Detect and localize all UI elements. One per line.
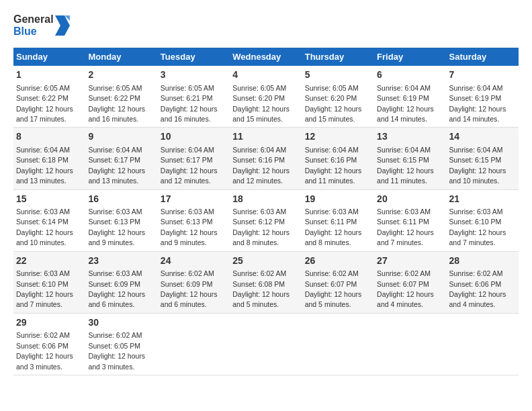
day-detail: Sunrise: 6:02 AMSunset: 6:09 PMDaylight:… (161, 269, 218, 308)
day-detail: Sunrise: 6:04 AMSunset: 6:16 PMDaylight:… (305, 146, 362, 185)
day-number: 18 (232, 193, 299, 206)
day-number: 26 (305, 255, 371, 268)
header-row: SundayMondayTuesdayWednesdayThursdayFrid… (13, 48, 519, 66)
day-cell: 30Sunrise: 6:02 AMSunset: 6:05 PMDayligh… (85, 313, 157, 375)
day-number: 7 (449, 68, 516, 82)
day-number: 2 (88, 68, 154, 82)
header-tuesday: Tuesday (158, 48, 230, 66)
day-cell: 8Sunrise: 6:04 AMSunset: 6:18 PMDaylight… (13, 128, 85, 189)
day-cell: 21Sunrise: 6:03 AMSunset: 6:10 PMDayligh… (447, 189, 519, 251)
day-number: 19 (305, 193, 371, 206)
day-detail: Sunrise: 6:03 AMSunset: 6:10 PMDaylight:… (16, 269, 73, 308)
day-detail: Sunrise: 6:03 AMSunset: 6:11 PMDaylight:… (305, 208, 362, 246)
day-cell: 19Sunrise: 6:03 AMSunset: 6:11 PMDayligh… (302, 189, 374, 251)
day-number: 10 (161, 130, 227, 144)
day-number: 17 (161, 193, 227, 206)
day-detail: Sunrise: 6:03 AMSunset: 6:09 PMDaylight:… (88, 269, 145, 308)
day-detail: Sunrise: 6:04 AMSunset: 6:18 PMDaylight:… (16, 146, 73, 185)
day-cell: 23Sunrise: 6:03 AMSunset: 6:09 PMDayligh… (85, 251, 157, 313)
day-detail: Sunrise: 6:05 AMSunset: 6:20 PMDaylight:… (305, 84, 362, 123)
week-row-1: 1Sunrise: 6:05 AMSunset: 6:22 PMDaylight… (13, 66, 519, 128)
day-cell: 27Sunrise: 6:02 AMSunset: 6:07 PMDayligh… (374, 251, 446, 313)
day-number: 20 (377, 193, 443, 206)
header-sunday: Sunday (13, 48, 85, 66)
day-cell: 9Sunrise: 6:04 AMSunset: 6:17 PMDaylight… (85, 128, 157, 189)
day-cell: 17Sunrise: 6:03 AMSunset: 6:13 PMDayligh… (158, 189, 230, 251)
day-number: 29 (16, 316, 83, 330)
day-cell (230, 313, 302, 375)
day-cell: 20Sunrise: 6:03 AMSunset: 6:11 PMDayligh… (374, 189, 446, 251)
day-detail: Sunrise: 6:04 AMSunset: 6:15 PMDaylight:… (449, 146, 506, 185)
day-cell: 5Sunrise: 6:05 AMSunset: 6:20 PMDaylight… (302, 66, 374, 128)
header-saturday: Saturday (447, 48, 519, 66)
page-header: General Blue (13, 13, 519, 37)
day-detail: Sunrise: 6:04 AMSunset: 6:19 PMDaylight:… (449, 84, 506, 123)
day-number: 30 (88, 316, 154, 330)
day-cell: 2Sunrise: 6:05 AMSunset: 6:22 PMDaylight… (85, 66, 157, 128)
day-detail: Sunrise: 6:05 AMSunset: 6:22 PMDaylight:… (16, 84, 73, 123)
day-number: 9 (88, 130, 154, 144)
week-row-3: 15Sunrise: 6:03 AMSunset: 6:14 PMDayligh… (13, 189, 519, 251)
day-detail: Sunrise: 6:03 AMSunset: 6:13 PMDaylight:… (161, 208, 218, 246)
day-number: 13 (377, 130, 443, 144)
day-detail: Sunrise: 6:04 AMSunset: 6:15 PMDaylight:… (377, 146, 434, 185)
day-number: 15 (16, 193, 83, 206)
day-number: 1 (16, 68, 83, 82)
day-cell: 25Sunrise: 6:02 AMSunset: 6:08 PMDayligh… (230, 251, 302, 313)
day-cell (302, 313, 374, 375)
day-number: 12 (305, 130, 371, 144)
day-cell: 28Sunrise: 6:02 AMSunset: 6:06 PMDayligh… (447, 251, 519, 313)
day-cell: 22Sunrise: 6:03 AMSunset: 6:10 PMDayligh… (13, 251, 85, 313)
day-detail: Sunrise: 6:04 AMSunset: 6:17 PMDaylight:… (88, 146, 145, 185)
week-row-2: 8Sunrise: 6:04 AMSunset: 6:18 PMDaylight… (13, 128, 519, 189)
day-cell: 3Sunrise: 6:05 AMSunset: 6:21 PMDaylight… (158, 66, 230, 128)
day-number: 21 (449, 193, 516, 206)
day-detail: Sunrise: 6:05 AMSunset: 6:21 PMDaylight:… (161, 84, 218, 123)
day-number: 8 (16, 130, 83, 144)
day-cell: 29Sunrise: 6:02 AMSunset: 6:06 PMDayligh… (13, 313, 85, 375)
day-detail: Sunrise: 6:03 AMSunset: 6:11 PMDaylight:… (377, 208, 434, 246)
day-detail: Sunrise: 6:05 AMSunset: 6:22 PMDaylight:… (88, 84, 145, 123)
week-row-4: 22Sunrise: 6:03 AMSunset: 6:10 PMDayligh… (13, 251, 519, 313)
day-detail: Sunrise: 6:02 AMSunset: 6:07 PMDaylight:… (305, 269, 362, 308)
header-thursday: Thursday (302, 48, 374, 66)
day-cell (158, 313, 230, 375)
day-cell: 13Sunrise: 6:04 AMSunset: 6:15 PMDayligh… (374, 128, 446, 189)
day-detail: Sunrise: 6:05 AMSunset: 6:20 PMDaylight:… (232, 84, 290, 123)
day-cell (374, 313, 446, 375)
day-cell: 7Sunrise: 6:04 AMSunset: 6:19 PMDaylight… (447, 66, 519, 128)
day-detail: Sunrise: 6:03 AMSunset: 6:10 PMDaylight:… (449, 208, 506, 246)
day-cell: 26Sunrise: 6:02 AMSunset: 6:07 PMDayligh… (302, 251, 374, 313)
day-number: 14 (449, 130, 516, 144)
day-cell: 10Sunrise: 6:04 AMSunset: 6:17 PMDayligh… (158, 128, 230, 189)
day-cell: 16Sunrise: 6:03 AMSunset: 6:13 PMDayligh… (85, 189, 157, 251)
day-cell: 1Sunrise: 6:05 AMSunset: 6:22 PMDaylight… (13, 66, 85, 128)
day-detail: Sunrise: 6:02 AMSunset: 6:08 PMDaylight:… (232, 269, 290, 308)
day-detail: Sunrise: 6:02 AMSunset: 6:05 PMDaylight:… (88, 331, 145, 370)
day-cell: 18Sunrise: 6:03 AMSunset: 6:12 PMDayligh… (230, 189, 302, 251)
day-cell: 14Sunrise: 6:04 AMSunset: 6:15 PMDayligh… (447, 128, 519, 189)
day-number: 28 (449, 255, 516, 268)
day-detail: Sunrise: 6:02 AMSunset: 6:07 PMDaylight:… (377, 269, 434, 308)
header-monday: Monday (85, 48, 157, 66)
day-number: 11 (232, 130, 299, 144)
week-row-5: 29Sunrise: 6:02 AMSunset: 6:06 PMDayligh… (13, 313, 519, 375)
day-detail: Sunrise: 6:03 AMSunset: 6:12 PMDaylight:… (232, 208, 290, 246)
day-detail: Sunrise: 6:02 AMSunset: 6:06 PMDaylight:… (16, 331, 73, 370)
day-cell: 24Sunrise: 6:02 AMSunset: 6:09 PMDayligh… (158, 251, 230, 313)
day-detail: Sunrise: 6:04 AMSunset: 6:17 PMDaylight:… (161, 146, 218, 185)
header-wednesday: Wednesday (230, 48, 302, 66)
day-cell: 15Sunrise: 6:03 AMSunset: 6:14 PMDayligh… (13, 189, 85, 251)
logo-image: General Blue (13, 13, 70, 37)
day-number: 3 (161, 68, 227, 82)
logo: General Blue (13, 13, 70, 37)
day-detail: Sunrise: 6:02 AMSunset: 6:06 PMDaylight:… (449, 269, 506, 308)
day-number: 16 (88, 193, 154, 206)
day-number: 23 (88, 255, 154, 268)
day-number: 6 (377, 68, 443, 82)
day-cell: 6Sunrise: 6:04 AMSunset: 6:19 PMDaylight… (374, 66, 446, 128)
day-number: 24 (161, 255, 227, 268)
day-detail: Sunrise: 6:04 AMSunset: 6:16 PMDaylight:… (232, 146, 290, 185)
logo-chevron-icon (55, 15, 70, 36)
calendar-table: SundayMondayTuesdayWednesdayThursdayFrid… (13, 48, 519, 375)
